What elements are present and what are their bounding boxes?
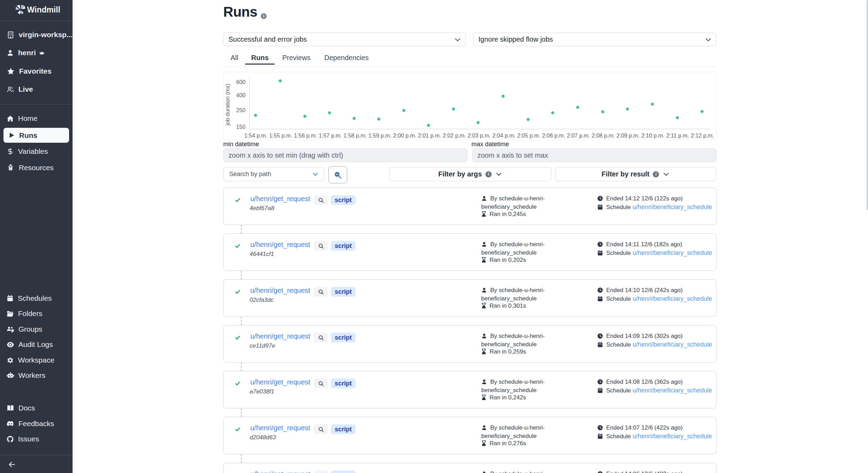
svg-text:2:07 p.m.: 2:07 p.m. [567,133,590,139]
svg-text:2:06 p.m.: 2:06 p.m. [542,133,565,139]
svg-text:job duration (ms): job duration (ms) [225,84,231,126]
svg-text:150: 150 [236,124,245,130]
svg-text:1:54 p.m.: 1:54 p.m. [244,133,268,139]
svg-text:2:10 p.m.: 2:10 p.m. [641,133,665,139]
svg-text:2:01 p.m.: 2:01 p.m. [418,133,441,139]
svg-text:1:58 p.m.: 1:58 p.m. [344,133,367,139]
svg-text:400: 400 [236,92,245,98]
svg-text:2:09 p.m.: 2:09 p.m. [616,133,640,139]
svg-text:2:04 p.m.: 2:04 p.m. [492,133,516,139]
svg-text:2:11 p.m.: 2:11 p.m. [666,133,689,139]
svg-text:2:03 p.m.: 2:03 p.m. [468,133,491,139]
svg-text:600: 600 [236,79,245,85]
svg-text:1:59 p.m.: 1:59 p.m. [368,133,392,139]
svg-text:1:56 p.m.: 1:56 p.m. [294,133,317,139]
svg-text:2:12 p.m.: 2:12 p.m. [691,133,714,139]
svg-text:250: 250 [236,107,245,113]
svg-text:2:08 p.m.: 2:08 p.m. [592,133,615,139]
svg-text:2:02 p.m.: 2:02 p.m. [443,133,466,139]
svg-text:2:05 p.m.: 2:05 p.m. [517,133,541,139]
svg-text:1:55 p.m.: 1:55 p.m. [269,133,292,139]
svg-text:1:57 p.m.: 1:57 p.m. [319,133,342,139]
svg-text:2:00 p.m.: 2:00 p.m. [393,133,416,139]
